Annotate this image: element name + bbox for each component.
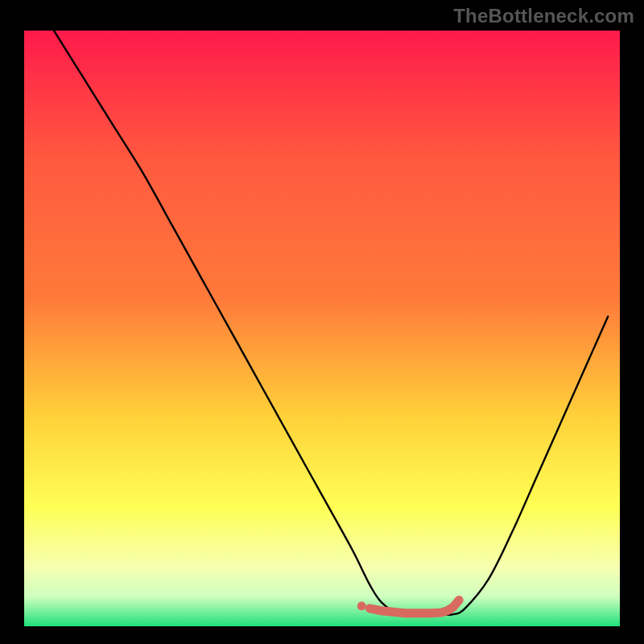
optimal-range-start-dot <box>357 601 366 610</box>
plot-area <box>24 31 620 626</box>
gradient-background <box>24 31 620 626</box>
chart-stage: TheBottleneck.com <box>0 0 644 644</box>
watermark-text: TheBottleneck.com <box>453 5 634 27</box>
plot-svg <box>24 31 620 626</box>
